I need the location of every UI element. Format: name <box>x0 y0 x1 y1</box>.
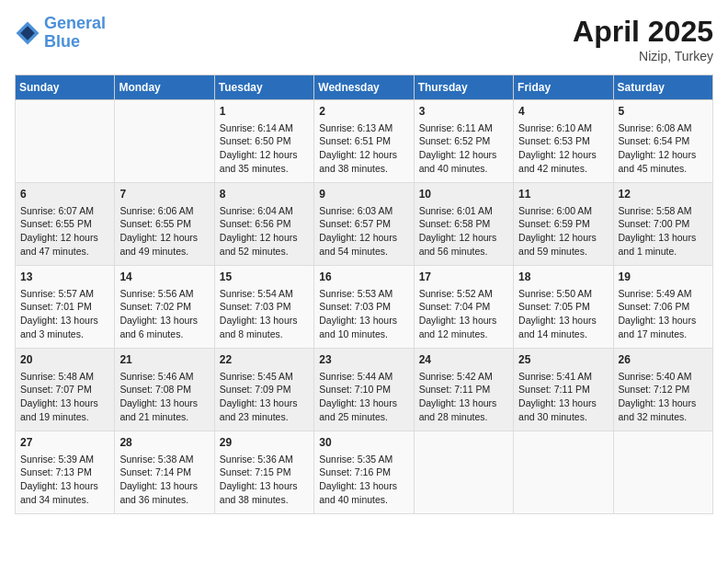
day-info-line: Sunrise: 5:40 AM <box>619 370 708 384</box>
day-info-line: Sunrise: 5:35 AM <box>319 453 408 466</box>
day-info-line: Sunset: 7:06 PM <box>619 300 708 314</box>
day-number: 19 <box>619 270 708 285</box>
table-row: 23Sunrise: 5:44 AMSunset: 7:10 PMDayligh… <box>314 349 414 431</box>
day-info-line: Sunrise: 5:53 AM <box>319 287 408 301</box>
day-number: 14 <box>119 270 209 285</box>
day-info-line: Sunrise: 6:01 AM <box>419 204 508 218</box>
day-info-line: Daylight: 13 hours and 17 minutes. <box>619 314 708 340</box>
day-info-line: Daylight: 13 hours and 38 minutes. <box>220 479 309 506</box>
day-info-line: Daylight: 13 hours and 1 minute. <box>619 231 708 258</box>
day-number: 25 <box>518 352 608 368</box>
day-info-line: Daylight: 13 hours and 3 minutes. <box>20 314 109 340</box>
day-info-line: Daylight: 12 hours and 52 minutes. <box>220 231 309 258</box>
table-row: 10Sunrise: 6:01 AMSunset: 6:58 PMDayligh… <box>414 183 513 266</box>
day-info-line: Daylight: 12 hours and 40 minutes. <box>419 148 508 175</box>
calendar-week-row: 27Sunrise: 5:39 AMSunset: 7:13 PMDayligh… <box>16 431 713 514</box>
day-info-line: Daylight: 13 hours and 36 minutes. <box>119 479 209 506</box>
col-sunday: Sunday <box>16 75 115 100</box>
day-info-line: Daylight: 13 hours and 19 minutes. <box>20 396 109 423</box>
table-row: 26Sunrise: 5:40 AMSunset: 7:12 PMDayligh… <box>613 349 712 431</box>
table-row <box>115 100 214 183</box>
table-row: 9Sunrise: 6:03 AMSunset: 6:57 PMDaylight… <box>314 183 414 266</box>
table-row: 24Sunrise: 5:42 AMSunset: 7:11 PMDayligh… <box>414 349 513 431</box>
day-number: 5 <box>619 104 708 120</box>
day-info-line: Sunrise: 5:44 AM <box>319 370 408 384</box>
day-info-line: Sunrise: 6:03 AM <box>319 204 408 218</box>
day-number: 1 <box>220 104 309 120</box>
day-info-line: Sunset: 7:15 PM <box>220 465 309 479</box>
day-info-line: Sunrise: 6:08 AM <box>619 121 708 135</box>
day-number: 18 <box>518 270 608 285</box>
day-info-line: Sunset: 7:10 PM <box>319 383 408 396</box>
day-info-line: Sunrise: 5:54 AM <box>220 287 309 301</box>
day-number: 28 <box>119 435 209 451</box>
table-row: 15Sunrise: 5:54 AMSunset: 7:03 PMDayligh… <box>214 266 313 349</box>
day-number: 11 <box>518 187 608 202</box>
day-info-line: Sunrise: 6:06 AM <box>119 204 209 218</box>
table-row: 18Sunrise: 5:50 AMSunset: 7:05 PMDayligh… <box>514 266 613 349</box>
day-info-line: Sunset: 6:54 PM <box>619 134 708 148</box>
table-row: 4Sunrise: 6:10 AMSunset: 6:53 PMDaylight… <box>514 100 613 183</box>
day-info-line: Daylight: 12 hours and 42 minutes. <box>518 148 608 175</box>
logo-text: General Blue <box>44 15 106 52</box>
day-number: 15 <box>220 270 309 285</box>
table-row <box>514 431 613 514</box>
day-number: 12 <box>619 187 708 202</box>
day-number: 2 <box>319 104 408 120</box>
col-wednesday: Wednesday <box>314 75 414 100</box>
title-block: April 2025 Nizip, Turkey <box>573 15 713 63</box>
table-row: 8Sunrise: 6:04 AMSunset: 6:56 PMDaylight… <box>214 183 313 266</box>
day-info-line: Sunrise: 5:48 AM <box>20 370 109 384</box>
day-info-line: Daylight: 13 hours and 34 minutes. <box>20 479 109 506</box>
day-info-line: Daylight: 13 hours and 28 minutes. <box>419 396 508 423</box>
day-info-line: Sunset: 6:52 PM <box>419 134 508 148</box>
col-thursday: Thursday <box>414 75 513 100</box>
day-info-line: Sunrise: 5:58 AM <box>619 204 708 218</box>
day-number: 10 <box>419 187 508 202</box>
table-row: 29Sunrise: 5:36 AMSunset: 7:15 PMDayligh… <box>214 431 313 514</box>
table-row: 30Sunrise: 5:35 AMSunset: 7:16 PMDayligh… <box>314 431 414 514</box>
day-info-line: Daylight: 13 hours and 30 minutes. <box>518 396 608 423</box>
col-tuesday: Tuesday <box>214 75 313 100</box>
day-info-line: Sunrise: 5:46 AM <box>119 370 209 384</box>
day-number: 27 <box>20 435 109 451</box>
table-row: 25Sunrise: 5:41 AMSunset: 7:11 PMDayligh… <box>514 349 613 431</box>
day-info-line: Sunset: 6:51 PM <box>319 134 408 148</box>
table-row: 28Sunrise: 5:38 AMSunset: 7:14 PMDayligh… <box>115 431 214 514</box>
day-info-line: Sunset: 7:02 PM <box>119 300 209 314</box>
table-row: 3Sunrise: 6:11 AMSunset: 6:52 PMDaylight… <box>414 100 513 183</box>
day-info-line: Sunset: 6:55 PM <box>20 217 109 231</box>
day-info-line: Sunset: 6:56 PM <box>220 217 309 231</box>
table-row: 6Sunrise: 6:07 AMSunset: 6:55 PMDaylight… <box>16 183 115 266</box>
day-number: 3 <box>419 104 508 120</box>
day-info-line: Daylight: 13 hours and 10 minutes. <box>319 314 408 340</box>
day-info-line: Sunrise: 5:56 AM <box>119 287 209 301</box>
day-info-line: Daylight: 12 hours and 47 minutes. <box>20 231 109 258</box>
day-info-line: Daylight: 12 hours and 54 minutes. <box>319 231 408 258</box>
day-info-line: Daylight: 13 hours and 40 minutes. <box>319 479 408 506</box>
day-number: 29 <box>220 435 309 451</box>
day-info-line: Daylight: 13 hours and 25 minutes. <box>319 396 408 423</box>
day-info-line: Sunrise: 5:49 AM <box>619 287 708 301</box>
table-row <box>16 100 115 183</box>
day-info-line: Sunset: 6:55 PM <box>119 217 209 231</box>
day-info-line: Daylight: 13 hours and 21 minutes. <box>119 396 209 423</box>
calendar-week-row: 1Sunrise: 6:14 AMSunset: 6:50 PMDaylight… <box>16 100 713 183</box>
day-number: 4 <box>518 104 608 120</box>
day-number: 23 <box>319 352 408 368</box>
day-info-line: Sunrise: 5:42 AM <box>419 370 508 384</box>
day-info-line: Sunset: 7:11 PM <box>419 383 508 396</box>
day-info-line: Sunrise: 6:14 AM <box>220 121 309 135</box>
table-row: 14Sunrise: 5:56 AMSunset: 7:02 PMDayligh… <box>115 266 214 349</box>
day-info-line: Sunset: 7:05 PM <box>518 300 608 314</box>
day-number: 9 <box>319 187 408 202</box>
day-number: 21 <box>119 352 209 368</box>
location-subtitle: Nizip, Turkey <box>573 49 713 63</box>
day-info-line: Sunset: 7:00 PM <box>619 217 708 231</box>
day-info-line: Sunset: 7:01 PM <box>20 300 109 314</box>
day-info-line: Sunset: 6:58 PM <box>419 217 508 231</box>
day-number: 8 <box>220 187 309 202</box>
day-info-line: Sunrise: 5:36 AM <box>220 453 309 466</box>
day-number: 30 <box>319 435 408 451</box>
col-friday: Friday <box>514 75 613 100</box>
